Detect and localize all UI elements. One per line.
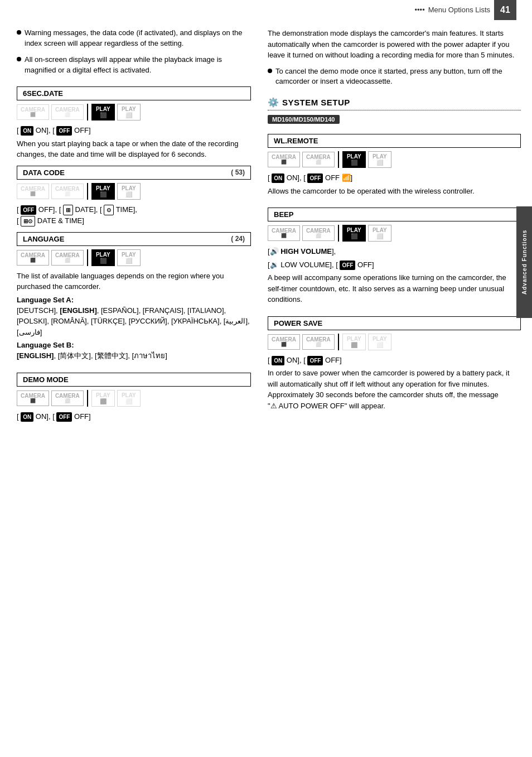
beep-desc: A beep will accompany some operations li…: [268, 272, 521, 305]
bullet-dot-demo: [268, 69, 272, 73]
play-btn-1a: PLAY ⬛: [91, 104, 115, 120]
play-icon-dc1: ⬛: [100, 191, 107, 197]
page-header: •••• Menu Options Lists: [415, 6, 491, 14]
play-icon-demo1: ⬛: [100, 398, 107, 404]
btn-row-powersave: CAMERA ⬛ CAMERA ⬜ PLAY ⬛ PLAY ⬜: [268, 334, 521, 350]
demo-on-off: [ ON ON], [ OFF OFF]: [17, 411, 251, 422]
language-ref: ( 24): [231, 235, 245, 243]
btn-divider-dc: [87, 183, 88, 200]
play-btn-beep2: PLAY ⬜: [368, 225, 391, 242]
camera-btn-ps1: CAMERA ⬛: [268, 334, 300, 350]
lang-set-b-content: [ENGLISH], [简体中文], [繁體中文], [ภาษาไทย]: [17, 350, 251, 361]
system-setup-header: ⚙️ SYSTEM SETUP: [268, 97, 521, 108]
demo-desc: The demonstration mode displays the camc…: [268, 28, 521, 61]
side-tab-label: Advanced Functions: [516, 206, 532, 318]
play-icon-lang1: ⬛: [100, 258, 107, 264]
play-btn-beep1: PLAY ⬛: [342, 225, 366, 242]
camera-btn-lang2: CAMERA ⬜: [51, 250, 84, 266]
date-badge-dc: ⊞: [63, 205, 73, 215]
on-badge-demo: ON: [21, 412, 33, 422]
setup-icon: ⚙️: [268, 97, 279, 108]
wl-on-off: [ ON ON], [ OFF OFF 📶]: [268, 172, 521, 184]
language-label: LANGUAGE: [23, 235, 64, 243]
datacode-options: [ OFF OFF], [ ⊞ DATE], [ ⊙ TIME], [ ⊞⊙ D…: [17, 204, 251, 226]
play-label-lang2: PLAY: [122, 252, 136, 258]
play-icon-lang2: ⬜: [125, 258, 132, 264]
btn-divider-beep: [338, 225, 339, 242]
lang-set-a-content: [DEUTSCH], [ENGLISH], [ESPAÑOL], [FRANÇA…: [17, 305, 251, 338]
off-badge-dc: OFF: [21, 205, 36, 215]
play-label-demo2: PLAY: [122, 392, 136, 398]
right-column: The demonstration mode displays the camc…: [262, 28, 521, 424]
camera-icon-dc2: ⬜: [65, 192, 70, 197]
camera-icon-dc1: ⬛: [30, 192, 36, 197]
main-content: Warning messages, the data code (if acti…: [0, 0, 532, 435]
play-btn-demo1: PLAY ⬛: [91, 390, 115, 407]
6sec-desc: When you start playing back a tape or wh…: [17, 138, 251, 160]
page-number: 41: [494, 0, 516, 20]
camera-btn-dc2: CAMERA ⬜: [51, 184, 84, 199]
dotted-divider: [268, 110, 521, 110]
demo-mode-box: DEMO MODE: [17, 373, 251, 387]
bullet-dot-2: [17, 57, 21, 61]
wl-remote-box: WL.REMOTE: [268, 134, 521, 148]
play-label-ps1: PLAY: [347, 336, 361, 342]
btn-row-wl: CAMERA ⬛ CAMERA ⬜ PLAY ⬛ PLAY ⬜: [268, 151, 521, 168]
off-badge-demo: OFF: [56, 412, 72, 422]
btn-divider-1: [87, 104, 88, 120]
play-label-lang1: PLAY: [96, 252, 110, 258]
btn-divider-demo: [87, 390, 88, 407]
play-icon-ps1: ⬛: [351, 342, 357, 348]
power-save-desc: In order to save power when the camcorde…: [268, 368, 521, 411]
camera-btn-demo2: CAMERA ⬜: [51, 390, 84, 406]
play-label-beep2: PLAY: [373, 227, 387, 233]
camera-btn-1a: CAMERA ⬛: [17, 104, 49, 120]
play-icon-beep2: ⬜: [376, 233, 383, 239]
play-label-wl1: PLAY: [347, 153, 361, 160]
lang-set-a-header: Language Set A:: [17, 296, 251, 304]
play-btn-lang1: PLAY ⬛: [91, 249, 115, 266]
system-setup-title: SYSTEM SETUP: [282, 98, 350, 107]
camera-icon-wl2: ⬜: [316, 160, 321, 165]
play-icon-wl2: ⬜: [376, 160, 383, 166]
datetime-badge-dc: ⊞⊙: [21, 216, 35, 226]
on-badge-6sec: ON: [21, 126, 33, 136]
btn-row-datacode: CAMERA ⬛ CAMERA ⬜ PLAY ⬛ PLAY ⬜: [17, 183, 251, 200]
lang-set-b-header: Language Set B:: [17, 341, 251, 349]
play-btn-lang2: PLAY ⬜: [117, 249, 141, 266]
camera-btn-beep2: CAMERA ⬜: [302, 225, 335, 241]
header-title: Menu Options Lists: [428, 6, 490, 14]
camera-icon-lang1: ⬛: [30, 258, 36, 263]
play-btn-1b: PLAY ⬜: [117, 104, 141, 120]
play-btn-ps2: PLAY ⬜: [368, 334, 391, 350]
btn-divider-lang: [87, 249, 88, 266]
play-label-1b: PLAY: [122, 106, 136, 112]
data-code-label: DATA CODE: [23, 168, 65, 177]
camera-btn-dc1: CAMERA ⬛: [17, 184, 49, 199]
play-btn-ps1: PLAY ⬛: [342, 334, 366, 350]
data-code-box: DATA CODE ( 53): [17, 166, 251, 180]
language-desc: The list of available languages depends …: [17, 271, 251, 292]
6sec-date-box: 6SEC.DATE: [17, 86, 251, 100]
bullet-dot: [17, 30, 21, 35]
camera-btn-ps2: CAMERA ⬜: [302, 334, 335, 350]
camera-icon-beep1: ⬛: [281, 234, 287, 239]
camera-icon-lang2: ⬜: [65, 258, 70, 263]
camera-btn-lang1: CAMERA ⬛: [17, 250, 49, 266]
play-label-demo1: PLAY: [96, 392, 110, 398]
on-badge-ps: ON: [272, 356, 284, 365]
play-icon-dc2: ⬜: [125, 191, 132, 197]
beep-low: [🔉 LOW VOLUME], [ OFF OFF]: [268, 259, 521, 271]
play-icon-1a: ⬛: [100, 112, 107, 118]
play-label-beep1: PLAY: [347, 227, 361, 233]
camera-icon-1a: ⬛: [30, 113, 36, 118]
play-icon-ps2: ⬜: [376, 342, 383, 348]
bullet-text-2: All on-screen displays will appear while…: [25, 55, 251, 76]
camera-icon-demo2: ⬜: [65, 399, 70, 404]
camera-icon-beep2: ⬜: [316, 234, 321, 239]
play-icon-beep1: ⬛: [351, 233, 357, 239]
beep-high: [🔊 HIGH VOLUME],: [268, 246, 521, 257]
camera-icon-ps2: ⬜: [316, 343, 321, 348]
language-box: LANGUAGE ( 24): [17, 232, 251, 246]
play-icon-wl1: ⬛: [351, 160, 357, 166]
